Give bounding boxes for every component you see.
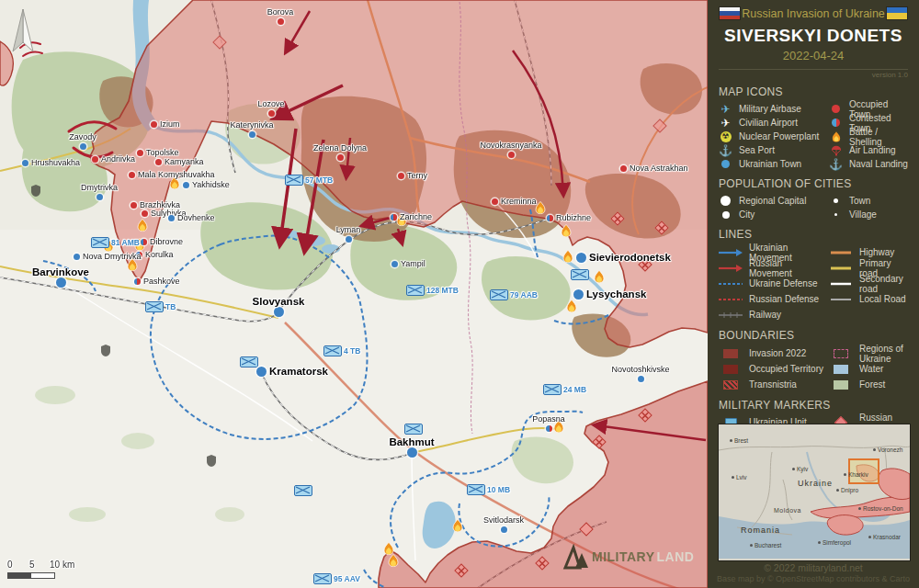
air-landing-icon: [829, 145, 843, 156]
town-label: Popasna: [532, 414, 565, 424]
ukrainian-unit-marker: 57 MTB: [285, 175, 303, 186]
minimap-label-text: Krasnodar: [873, 534, 901, 540]
legend-item: Transnistria: [719, 377, 827, 392]
town-dot: [508, 152, 515, 158]
banner-title: Russian Invasion of Ukraine: [742, 7, 885, 20]
overview-minimap: Brest Voronezh Kyiv Kharkiv Lviv Ukraine…: [718, 424, 911, 561]
minimap-label: Kharkiv: [844, 471, 868, 478]
legend-label: Air Landing: [849, 145, 896, 155]
town-label: Andriivka: [101, 154, 135, 164]
town-label: Nova Dmytrivka: [83, 252, 142, 261]
town-label: Sievierodonetsk: [589, 252, 671, 263]
russian-unit-marker: [535, 556, 550, 571]
minimap-label: Ukraine: [798, 479, 833, 488]
town-label: Zarichne: [400, 212, 432, 221]
nuclear-powerplant-icon: ☢: [719, 131, 732, 142]
occupied-town-icon: [829, 105, 843, 113]
town-dot: [278, 18, 284, 25]
secondary-road-icon: [829, 281, 853, 287]
minimap-label: Voronezh: [873, 447, 902, 453]
legend-item: Occupied Territory: [719, 361, 827, 377]
town-label: Dmytrivka: [81, 183, 118, 192]
minimap-city-dot: [818, 541, 821, 544]
legend-item: Village: [829, 208, 908, 221]
ukrainian-unit-marker: 128 MTB: [406, 285, 425, 296]
ukrainian-town-icon: [719, 160, 732, 168]
minimap-city-dot: [836, 489, 839, 492]
regional-capital-icon: [719, 196, 732, 206]
town-dot: [407, 447, 417, 458]
town-dot: [22, 160, 28, 166]
town-label: Rubizhne: [556, 213, 591, 222]
legend-label: Highway: [859, 247, 894, 257]
town-label: Svitlodarsk: [483, 515, 524, 525]
town-label: Zelena Dolyna: [313, 143, 367, 153]
town-label: Kreminna: [501, 197, 537, 206]
minimap-label: Bucharest: [750, 542, 781, 548]
version-label: version 1.0: [719, 71, 908, 79]
banner-row: Russian Invasion of Ukraine: [719, 6, 908, 20]
legend-label: Forest: [859, 379, 885, 390]
legend-item: Regional Capital: [719, 194, 827, 208]
russian-defense-icon: [719, 297, 743, 302]
ukrainian-unit-marker: 10 MB: [467, 484, 485, 495]
minimap-label-text: Kyiv: [797, 466, 808, 472]
town-label: Bakhmut: [389, 436, 434, 447]
battle-shelling-icon: [562, 250, 573, 266]
screenshot-root: 57 MTB 81 AMB 128 MTB: [0, 0, 919, 588]
unit-label: 24 MB: [563, 385, 586, 394]
russian-unit-marker: [592, 435, 607, 449]
town-dot: [274, 307, 284, 317]
unit-label: 57 MTB: [305, 175, 333, 185]
town-label: Borova: [267, 7, 294, 17]
town-dot: [137, 150, 143, 156]
legend-item: Local Road: [829, 291, 908, 307]
legend-item: Town: [829, 194, 908, 208]
battle-shelling-icon: [127, 258, 138, 275]
ukraine-defense-icon: [719, 281, 743, 287]
legend-item: Secondary road: [829, 276, 908, 291]
town-dot: [129, 172, 135, 178]
minimap-label-text: Ukraine: [798, 479, 833, 488]
town-label: Dibrovne: [150, 237, 183, 246]
scale-bar: 0 5 10 km: [7, 560, 90, 582]
town-label: Novotoshkivske: [611, 365, 669, 374]
legend-item: ⚓Sea Port: [719, 143, 827, 157]
mountains-logo-icon: [562, 544, 590, 570]
minimap-label: Dnipro: [836, 487, 858, 493]
naval-landing-icon: ⚓: [829, 159, 843, 170]
russian-unit-marker: [454, 563, 469, 578]
town-dot: [134, 278, 141, 285]
village-icon: [829, 213, 843, 216]
town-dot: [337, 154, 344, 161]
unit-label: 10 MB: [487, 485, 510, 494]
legend-item: Railway: [719, 307, 827, 322]
minimap-city-dot: [868, 536, 871, 538]
legend-label: Invasion 2022: [749, 348, 806, 358]
minimap-label-text: Bucharest: [754, 542, 781, 548]
minimap-label-text: Moldova: [774, 507, 801, 514]
military-airbase-icon: ✈: [719, 104, 732, 115]
town-dot: [547, 215, 553, 221]
legend-item: ✈Military Airbase: [719, 102, 827, 116]
russian-unit-marker: [212, 35, 227, 50]
ukrainian-unit-marker: 81 AMB: [91, 237, 109, 248]
minimap-city-dot: [844, 473, 846, 476]
copyright-line: © 2022 militaryland.net: [708, 562, 919, 573]
town-dot: [573, 289, 584, 300]
coat-of-arms-icon: [31, 184, 40, 200]
legend-item: Russian Defense: [719, 291, 827, 307]
legend-label: Regional Capital: [739, 196, 806, 206]
ukrainian-unit-marker: [404, 424, 423, 435]
town-label: Pashkove: [143, 277, 180, 286]
invasion-2022-swatch: [719, 349, 743, 358]
town-dot: [398, 173, 404, 179]
unit-label: 4 TB: [344, 346, 360, 356]
unit-label: 95 AAV: [334, 574, 360, 583]
battle-shelling-icon: [452, 519, 463, 536]
town-dot: [492, 198, 498, 205]
map-markers: 57 MTB 81 AMB 128 MTB: [0, 0, 708, 588]
town-dot: [56, 277, 66, 288]
divider: [719, 69, 908, 70]
minimap-city-dot: [732, 476, 734, 479]
